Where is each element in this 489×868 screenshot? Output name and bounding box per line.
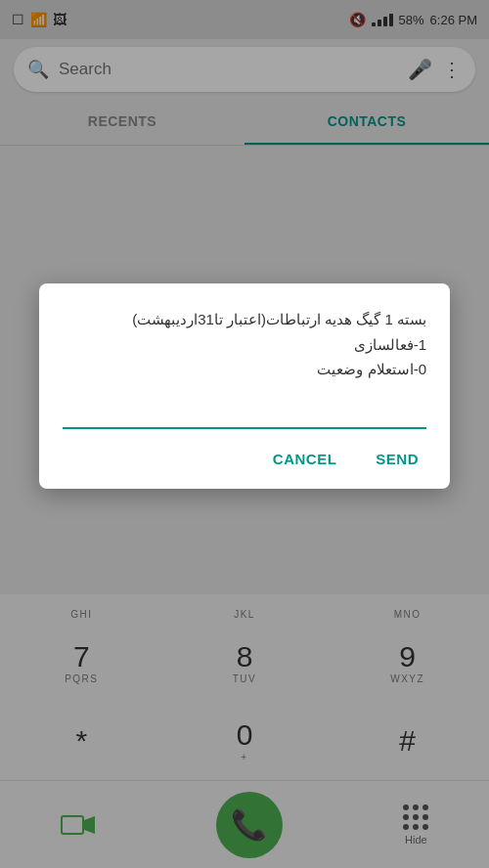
dialog-buttons: CANCEL SEND: [63, 445, 426, 473]
dialog-input[interactable]: [63, 402, 426, 429]
send-button[interactable]: SEND: [368, 445, 426, 473]
dialog-message-line3: 0-استعلام وضعیت: [63, 357, 426, 382]
dialog-overlay: بسته 1 گیگ هدیه ارتباطات(اعتبار تا31اردی…: [0, 0, 489, 868]
dialog-message-line1: بسته 1 گیگ هدیه ارتباطات(اعتبار تا31اردی…: [63, 307, 426, 332]
dialog-body: بسته 1 گیگ هدیه ارتباطات(اعتبار تا31اردی…: [63, 307, 426, 382]
dialog-message-line2: 1-فعالسازی: [63, 332, 426, 358]
cancel-button[interactable]: CANCEL: [265, 445, 345, 473]
dialog: بسته 1 گیگ هدیه ارتباطات(اعتبار تا31اردی…: [39, 283, 450, 489]
